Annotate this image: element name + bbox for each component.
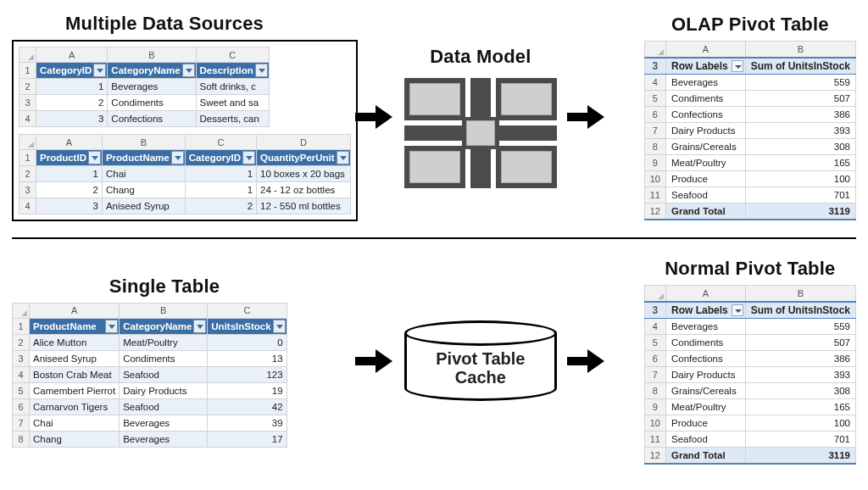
cylinder-line1: Pivot Table — [436, 349, 525, 368]
field-header[interactable]: QuantityPerUnit — [257, 150, 351, 166]
row-number: 2 — [19, 166, 36, 182]
cell: Camembert Pierrot — [30, 382, 120, 398]
pivot-value: 100 — [745, 415, 855, 432]
cell: 17 — [208, 431, 287, 447]
filter-dropdown-icon[interactable] — [242, 151, 255, 164]
cell: 42 — [208, 398, 287, 415]
pivot-value: 165 — [745, 155, 855, 171]
filter-dropdown-icon[interactable] — [171, 151, 184, 164]
heading-normal-pivot: Normal Pivot Table — [665, 258, 835, 280]
pivot-value: 559 — [745, 75, 855, 91]
pivot-measure-header: Sum of UnitsInStock — [745, 302, 855, 319]
pivot-value: 559 — [745, 319, 855, 335]
normal-pivot-table: AB3Row LabelsSum of UnitsInStock4Beverag… — [644, 285, 856, 465]
row-number: 1 — [19, 63, 36, 79]
row-number: 3 — [644, 58, 665, 75]
cell: 19 — [208, 382, 287, 398]
row-number: 3 — [644, 302, 665, 319]
cell: 2 — [185, 198, 256, 214]
cell: Alice Mutton — [30, 334, 120, 350]
field-header[interactable]: ProductName — [30, 318, 120, 334]
field-header[interactable]: CategoryName — [120, 318, 208, 334]
heading-single-table: Single Table — [109, 276, 220, 298]
pivot-row-label: Meat/Poultry — [665, 399, 745, 415]
pivot-row-label: Meat/Poultry — [665, 155, 745, 171]
col-letter: A — [36, 135, 103, 150]
col-letter: B — [102, 135, 185, 150]
row-number: 10 — [644, 415, 665, 432]
filter-dropdown-icon[interactable] — [193, 320, 206, 333]
categories-sheet: ABC1CategoryIDCategoryNameDescription21B… — [19, 47, 270, 127]
field-header[interactable]: CategoryName — [108, 63, 196, 79]
filter-dropdown-icon[interactable] — [88, 151, 101, 164]
field-header[interactable]: ProductID — [36, 150, 103, 166]
field-header[interactable]: UnitsInStock — [208, 318, 287, 334]
pivot-row-label: Dairy Products — [665, 367, 745, 383]
heading-multi-sources: Multiple Data Sources — [65, 13, 264, 35]
row-number: 5 — [644, 335, 665, 351]
cell: 0 — [208, 334, 287, 350]
row-number: 11 — [644, 432, 665, 448]
olap-pivot-table: AB3Row LabelsSum of UnitsInStock4Beverag… — [644, 41, 856, 220]
row-number: 1 — [19, 150, 36, 166]
field-header[interactable]: CategoryID — [36, 63, 108, 79]
cell: Chai — [102, 166, 185, 182]
cell: 2 — [36, 182, 103, 198]
sheet-corner — [13, 303, 30, 318]
pivot-row-label: Seafood — [665, 187, 745, 203]
col-letter: A — [30, 303, 120, 318]
cell: Condiments — [108, 95, 196, 111]
pivot-row-label: Produce — [665, 415, 745, 432]
pivot-row-label: Grains/Cereals — [665, 139, 745, 155]
filter-dropdown-icon[interactable] — [255, 64, 268, 77]
cell: 3 — [36, 111, 108, 127]
dropdown-icon[interactable] — [732, 304, 743, 316]
col-letter: C — [196, 47, 269, 63]
row-number: 4 — [19, 198, 36, 214]
row-number: 3 — [19, 95, 36, 111]
pivot-row-label: Confections — [665, 107, 745, 123]
top-center: Data Model — [317, 46, 644, 188]
pivot-value: 386 — [745, 107, 855, 123]
filter-dropdown-icon[interactable] — [105, 320, 118, 333]
cell: Beverages — [120, 415, 208, 431]
field-header[interactable]: CategoryID — [185, 150, 256, 166]
row-number: 5 — [644, 91, 665, 107]
row-number: 4 — [13, 366, 30, 382]
cell: 3 — [36, 198, 103, 214]
filter-dropdown-icon[interactable] — [93, 64, 106, 77]
field-header[interactable]: ProductName — [102, 150, 185, 166]
field-header[interactable]: Description — [196, 63, 269, 79]
col-letter: A — [36, 47, 108, 63]
sheet-corner — [644, 42, 665, 58]
cell: Sweet and sa — [196, 95, 269, 111]
pivot-row-label: Confections — [665, 351, 745, 367]
heading-olap-pivot: OLAP Pivot Table — [671, 14, 829, 36]
filter-dropdown-icon[interactable] — [273, 320, 286, 333]
row-number: 1 — [13, 318, 30, 334]
dropdown-icon[interactable] — [732, 60, 743, 72]
row-number: 10 — [644, 171, 665, 187]
pivot-row-labels-header[interactable]: Row Labels — [665, 58, 745, 75]
sheet-corner — [19, 47, 36, 63]
cell: 12 - 550 ml bottles — [257, 198, 351, 214]
cell: 1 — [36, 166, 103, 182]
filter-dropdown-icon[interactable] — [337, 151, 349, 164]
pivot-row-label: Beverages — [665, 319, 745, 335]
cell: Carnarvon Tigers — [30, 398, 120, 415]
filter-dropdown-icon[interactable] — [182, 64, 195, 77]
pivot-row-labels-header[interactable]: Row Labels — [665, 302, 745, 319]
bottom-row: Single Table ABC1ProductNameCategoryName… — [12, 246, 856, 476]
pivot-value: 386 — [745, 351, 855, 367]
pivot-value: 701 — [745, 432, 855, 448]
arrow-icon — [355, 349, 394, 373]
cell: Confections — [108, 111, 196, 127]
row-number: 7 — [644, 367, 665, 383]
cell: Dairy Products — [120, 382, 208, 398]
row-number: 12 — [644, 448, 665, 465]
pivot-row-label: Condiments — [665, 91, 745, 107]
pivot-row-label: Condiments — [665, 335, 745, 351]
data-model-schematic — [404, 78, 557, 188]
pivot-value: 308 — [745, 383, 855, 399]
col-letter: C — [208, 303, 287, 318]
